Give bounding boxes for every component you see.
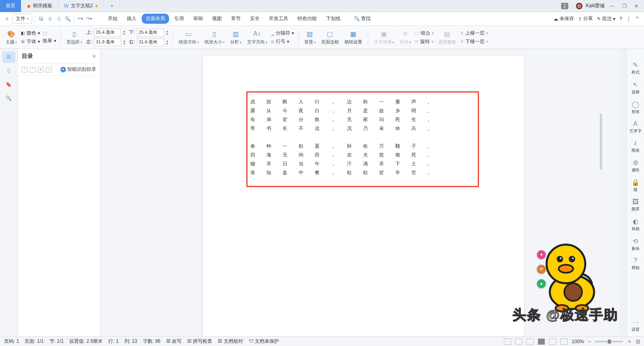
menu-page-layout[interactable]: 页面布局: [142, 14, 169, 24]
outline-toggle[interactable]: ☰: [2, 51, 15, 63]
break-button[interactable]: ⎯ 分隔符 ▾: [271, 30, 294, 37]
rside-select[interactable]: ↖选择: [632, 81, 640, 95]
duck-mascot[interactable]: [538, 236, 602, 312]
rside-wordart[interactable]: A艺术字: [630, 120, 642, 134]
lineno-button[interactable]: ⎌ 行号 ▾: [271, 38, 294, 45]
rside-limit[interactable]: 🔒限: [632, 179, 640, 193]
zoom-in-icon[interactable]: ＋: [627, 338, 632, 345]
status-page[interactable]: 页面: 1/1: [25, 338, 43, 345]
menu-underline[interactable]: 下划线: [322, 14, 345, 24]
status-zoom[interactable]: 100%: [572, 339, 584, 344]
save-icon[interactable]: 🖫: [37, 15, 45, 23]
scrollbar-thumb[interactable]: [600, 113, 602, 170]
font-button[interactable]: ① 字体 ▾: [21, 38, 40, 45]
text-wrap-button[interactable]: ▣文字环绕: [372, 26, 396, 49]
menu-section[interactable]: 章节: [227, 14, 245, 24]
maximize-icon[interactable]: ❐: [620, 2, 629, 10]
rside-shape[interactable]: ◯形状: [632, 101, 640, 115]
cloud-unsaved[interactable]: ☁ 未保存: [553, 15, 574, 22]
rside-backup[interactable]: ⟲备份: [632, 237, 640, 251]
minimize-icon[interactable]: —: [608, 2, 617, 10]
menu-view[interactable]: 视图: [208, 14, 226, 24]
share-button[interactable]: ⇪ 分享: [578, 15, 593, 22]
outline-expand-icon[interactable]: ˅: [22, 67, 27, 72]
outline-collapse-icon[interactable]: ˄: [30, 67, 35, 72]
zoom-out-icon[interactable]: −: [588, 339, 591, 344]
tab-document[interactable]: W文字文稿2: [58, 0, 104, 12]
undo-icon[interactable]: ↶▾: [76, 15, 84, 23]
view-web-icon[interactable]: [560, 338, 568, 345]
notification-badge[interactable]: 1: [561, 3, 569, 9]
tab-template[interactable]: ◆稻壳模板: [21, 0, 58, 12]
group-button[interactable]: ▢ 组合 ▾: [415, 30, 434, 37]
send-backward-button[interactable]: ⬇ 下移一层 ▾: [460, 38, 489, 45]
rside-help[interactable]: ?帮助: [632, 257, 640, 271]
print-icon[interactable]: ⎙: [55, 15, 62, 23]
hamburger-icon[interactable]: ≡: [3, 15, 10, 23]
collapse-ribbon-icon[interactable]: ⌃: [635, 16, 639, 22]
color-button[interactable]: ◧ 颜色 ▾: [21, 30, 40, 37]
margin-top-input[interactable]: [94, 29, 121, 37]
scrollbar-track[interactable]: [620, 49, 626, 336]
zoom-icon[interactable]: 🔍: [2, 93, 15, 104]
menu-devtools[interactable]: 开发工具: [265, 14, 292, 24]
file-menu[interactable]: 文件▾: [12, 14, 32, 24]
status-more-icon[interactable]: ⊡: [636, 339, 640, 344]
redo-icon[interactable]: ↷▾: [85, 15, 93, 23]
zoom-slider[interactable]: [595, 341, 623, 342]
help-icon[interactable]: ?: [619, 16, 622, 22]
menu-references[interactable]: 引用: [170, 14, 188, 24]
rside-settings[interactable]: ⋯设置: [632, 318, 640, 332]
status-chars[interactable]: 字数: 96: [143, 338, 161, 345]
menu-insert[interactable]: 插入: [123, 14, 140, 24]
effect-button[interactable]: 效果 ▾: [43, 37, 56, 44]
tab-new[interactable]: ＋: [104, 0, 120, 12]
background-button[interactable]: ▨背景: [303, 26, 317, 49]
rotate-button[interactable]: ⟳ 旋转 ▾: [415, 38, 434, 45]
more-icon[interactable]: ⋮: [626, 16, 631, 22]
menu-search[interactable]: 🔍 查找: [350, 14, 375, 24]
rside-gallery[interactable]: 🖼图库: [632, 198, 640, 212]
document-canvas[interactable]: 戍鼓断人行，边秋一雁声。露从今夜白，月是故乡明。有弟皆分散，无家问死生。寄书长不…: [101, 49, 626, 336]
tab-home[interactable]: 首页: [0, 0, 21, 12]
export-icon[interactable]: ⎘: [46, 15, 54, 23]
bring-forward-button[interactable]: ⬆ 上移一层 ▾: [460, 30, 489, 37]
status-pageno[interactable]: 页码: 1: [4, 338, 19, 345]
outline-add-icon[interactable]: +: [38, 67, 43, 72]
preview-icon[interactable]: 🔍: [64, 15, 71, 23]
page-icon[interactable]: ▯: [2, 65, 15, 76]
orientation-button[interactable]: ▭纸张方向: [177, 26, 200, 49]
selection-pane-button[interactable]: ▤选择窗格: [437, 26, 458, 49]
margin-bottom-input[interactable]: [137, 29, 164, 37]
papersize-button[interactable]: ▯纸张大小: [203, 26, 226, 49]
view-fullscreen-icon[interactable]: [504, 338, 511, 345]
view-read-icon[interactable]: [515, 338, 522, 345]
status-proof[interactable]: ☒ 文档校对: [218, 338, 243, 345]
comments-button[interactable]: ✎ 批注 ▾: [597, 15, 615, 22]
document-text[interactable]: 戍鼓断人行，边秋一雁声。露从今夜白，月是故乡明。有弟皆分散，无家问死生。寄书长不…: [250, 97, 444, 177]
outline-remove-icon[interactable]: −: [46, 67, 52, 72]
rside-style2[interactable]: ◐风格: [632, 218, 640, 232]
view-print-icon[interactable]: [538, 338, 545, 345]
smart-outline-button[interactable]: ✦智能识别目录: [60, 66, 96, 73]
page-border-button[interactable]: ▢页面边框: [320, 26, 341, 49]
user-avatar[interactable]: [576, 3, 582, 9]
rside-chart[interactable]: ⫾图表: [632, 140, 640, 153]
status-rewrite[interactable]: ☒ 改写: [166, 338, 182, 345]
theme-button[interactable]: 🎨主题: [4, 26, 19, 49]
margin-left-input[interactable]: [94, 38, 121, 46]
view-edit-icon[interactable]: [526, 338, 534, 345]
rside-style[interactable]: ✎样式: [632, 61, 640, 75]
textdir-button[interactable]: A↕文字方向: [246, 26, 269, 49]
view-outline-icon[interactable]: [549, 338, 556, 345]
status-section[interactable]: 节: 1/1: [50, 338, 64, 345]
menu-security[interactable]: 安全: [246, 14, 264, 24]
margins-button[interactable]: ▯页边距: [65, 26, 84, 49]
columns-button[interactable]: ▥分栏: [229, 26, 243, 49]
manuscript-button[interactable]: ▦稿纸设置: [343, 26, 364, 49]
close-icon[interactable]: ✕: [632, 2, 641, 10]
margin-right-input[interactable]: [137, 38, 164, 46]
status-protect[interactable]: 🛡 文档未保护: [249, 338, 279, 345]
menu-start[interactable]: 开始: [104, 14, 122, 24]
menu-features[interactable]: 特色功能: [293, 14, 321, 24]
